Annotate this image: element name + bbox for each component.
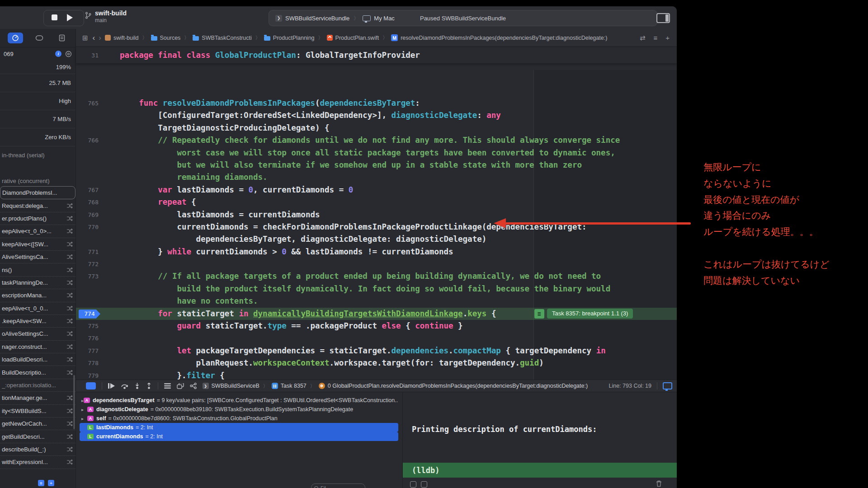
breakpoint-badge[interactable]: Task 8357: breakpoint 1.1 (3) xyxy=(547,309,633,319)
line-number-gutter[interactable] xyxy=(76,122,101,134)
code-line[interactable]: remaining diamonds. xyxy=(76,171,677,183)
code-text[interactable]: let packageTargetDependencies = staticTa… xyxy=(101,345,606,357)
thread-frame-item[interactable]: eepAlive<τ_0_0... xyxy=(0,302,75,315)
code-line[interactable]: 773 // If all package targets of a produ… xyxy=(76,270,677,282)
code-line[interactable]: 776 xyxy=(76,332,677,344)
variables-view[interactable]: ▸AdependenciesByTarget= 9 key/value pair… xyxy=(76,392,402,488)
line-number-gutter[interactable] xyxy=(76,233,101,245)
breadcrumb-item[interactable]: Sources xyxy=(151,35,181,41)
thread-frame-item[interactable]: .keepAlive<SW... xyxy=(0,315,75,328)
line-number-gutter[interactable]: 767 xyxy=(76,184,101,196)
line-number-gutter[interactable] xyxy=(76,147,101,159)
console-split-icon[interactable] xyxy=(421,481,427,488)
thread-frame-item[interactable]: ity<SWBBuildS... xyxy=(0,405,75,418)
thread-frame-item[interactable]: getBuildDescri... xyxy=(0,430,75,443)
code-text[interactable]: guard staticTarget.type == .packageProdu… xyxy=(101,320,463,332)
breakpoint-marker[interactable]: 774 xyxy=(79,310,100,319)
breadcrumb-item[interactable]: SWBTaskConstructi xyxy=(193,35,251,41)
thread-frame-item[interactable]: _:operation:isolatio... xyxy=(0,379,75,392)
line-number-gutter[interactable] xyxy=(76,109,101,122)
disclosure-icon[interactable]: ▸ xyxy=(81,416,87,421)
line-number-gutter[interactable]: 772 xyxy=(76,258,101,270)
code-line[interactable]: 765 func resolveDiamondProblemsInPackage… xyxy=(76,97,677,109)
line-number-gutter[interactable] xyxy=(76,171,101,183)
code-line[interactable]: but we will also terminate if we somehow… xyxy=(76,159,677,171)
code-text[interactable]: // If all package targets of a product e… xyxy=(101,270,601,282)
step-out-button[interactable] xyxy=(146,383,152,389)
lldb-prompt-row[interactable]: (lldb) xyxy=(403,463,677,478)
line-number-gutter[interactable] xyxy=(76,283,101,295)
thread-frame-item[interactable]: getNewOrCach... xyxy=(0,418,75,430)
code-line[interactable]: 772 xyxy=(76,258,677,270)
debug-process-name[interactable]: SWBBuildServiceB xyxy=(212,383,259,389)
code-line[interactable]: worst case we will stop once all static … xyxy=(76,147,677,159)
breadcrumb-item[interactable]: swift-build xyxy=(105,35,139,41)
line-number-gutter[interactable]: 768 xyxy=(76,196,101,208)
code-line[interactable]: 778 planRequest.workspaceContext.workspa… xyxy=(76,357,677,369)
thread-frame-item[interactable]: loadBuildDescri... xyxy=(0,353,75,366)
debug-console[interactable]: Printing description of currentDiamonds:… xyxy=(402,392,677,488)
source-editor[interactable]: 31 package final class GlobalProductPlan… xyxy=(76,47,677,380)
run-button[interactable] xyxy=(67,14,73,21)
continue-button[interactable] xyxy=(108,383,115,389)
breakpoints-toggle-button[interactable] xyxy=(86,382,96,389)
line-number-gutter[interactable]: 773 xyxy=(76,270,101,282)
code-text[interactable]: var lastDiamonds = 0, currentDiamonds = … xyxy=(101,184,353,196)
sidebar-scrollbar[interactable] xyxy=(73,375,75,429)
step-into-button[interactable] xyxy=(134,383,140,389)
thread-frame-item[interactable]: escriptionMana... xyxy=(0,289,75,302)
code-line[interactable]: 767 var lastDiamonds = 0, currentDiamond… xyxy=(76,184,677,196)
code-line[interactable]: 775 guard staticTarget.type == .packageP… xyxy=(76,320,677,332)
code-text[interactable] xyxy=(101,332,120,344)
variables-filter-field[interactable]: Fil xyxy=(311,483,365,488)
code-text[interactable]: build the product itself dynamically. In… xyxy=(101,283,610,295)
editor-options-icon[interactable]: ≡ xyxy=(653,34,657,42)
line-number-gutter[interactable]: 770 xyxy=(76,221,101,233)
line-number-gutter[interactable] xyxy=(76,295,101,307)
filter-add-icon[interactable]: + xyxy=(48,480,54,486)
breadcrumb-item[interactable]: MresolveDiamondProblemsInPackages(depend… xyxy=(391,34,607,41)
variable-row[interactable]: ▸AdiagnosticDelegate= 0x00000008beb39180… xyxy=(80,405,398,414)
line-number-gutter[interactable] xyxy=(76,159,101,171)
thread-frame-item[interactable]: nager.construct... xyxy=(0,341,75,353)
step-over-button[interactable] xyxy=(121,383,128,389)
memory-gauge[interactable]: 25.7 MB xyxy=(0,74,75,92)
code-text[interactable]: have no contents. xyxy=(101,295,258,307)
thread-frame-item[interactable]: BuildDescriptio... xyxy=(0,366,75,379)
code-text[interactable]: for staticTarget in dynamicallyBuildingT… xyxy=(101,308,496,320)
code-line[interactable]: build the product itself dynamically. In… xyxy=(76,283,677,295)
view-memory-icon[interactable] xyxy=(164,383,171,389)
cpu-gauge[interactable]: 199% xyxy=(0,60,75,74)
line-number-gutter[interactable]: 774 xyxy=(76,308,101,320)
code-line[interactable]: 777 let packageTargetDependencies = stat… xyxy=(76,345,677,357)
filter-breakpoints-icon[interactable]: ≡ xyxy=(38,480,44,486)
debug-navigator-tab[interactable] xyxy=(8,33,23,43)
code-line[interactable]: 774 for staticTarget in dynamicallyBuild… xyxy=(76,308,677,320)
variable-row[interactable]: ▸AdependenciesByTarget= 9 key/value pair… xyxy=(80,396,398,405)
code-text[interactable]: } while currentDiamonds > 0 && lastDiamo… xyxy=(101,246,453,258)
line-number-gutter[interactable]: 776 xyxy=(76,332,101,344)
scheme-activity-pill[interactable]: Paused SWBBuildServiceBundle ❯ SWBBuildS… xyxy=(269,10,657,26)
code-text[interactable]: worst case we will stop once all static … xyxy=(101,147,615,159)
code-line[interactable]: TargetDiagnosticProducingDelegate) { xyxy=(76,122,677,134)
line-number-gutter[interactable]: 769 xyxy=(76,209,101,221)
breakpoint-action-icon[interactable]: ≡ xyxy=(534,309,544,319)
breadcrumb-item[interactable]: ProductPlanning xyxy=(264,35,315,41)
debug-task-name[interactable]: Task 8357 xyxy=(281,383,307,389)
code-text[interactable]: remaining diamonds. xyxy=(101,171,268,183)
add-editor-icon[interactable]: + xyxy=(665,34,670,42)
thread-frame-item[interactable]: DiamondProblemsI... xyxy=(0,186,75,199)
stop-button[interactable] xyxy=(52,14,57,20)
thread-frame-item[interactable]: Request:delega... xyxy=(0,199,75,212)
view-debugger-icon[interactable] xyxy=(177,383,184,389)
thread-frame-item[interactable]: withExpressionI... xyxy=(0,456,75,469)
forward-button[interactable]: › xyxy=(99,33,101,42)
code-line[interactable]: [ConfiguredTarget:OrderedSet<LinkedDepen… xyxy=(76,109,677,122)
variable-row[interactable]: LcurrentDiamonds= 2: Int xyxy=(80,432,398,441)
disk-gauge[interactable]: 7 MB/s xyxy=(0,110,75,128)
code-line[interactable]: have no contents. xyxy=(76,295,677,307)
clear-console-icon[interactable] xyxy=(656,480,662,487)
line-number-gutter[interactable]: 765 xyxy=(76,97,101,109)
code-text[interactable]: // Repeatedly check for diamonds until w… xyxy=(101,134,620,146)
thread-frame-item[interactable]: AliveSettingsCa... xyxy=(0,251,75,263)
